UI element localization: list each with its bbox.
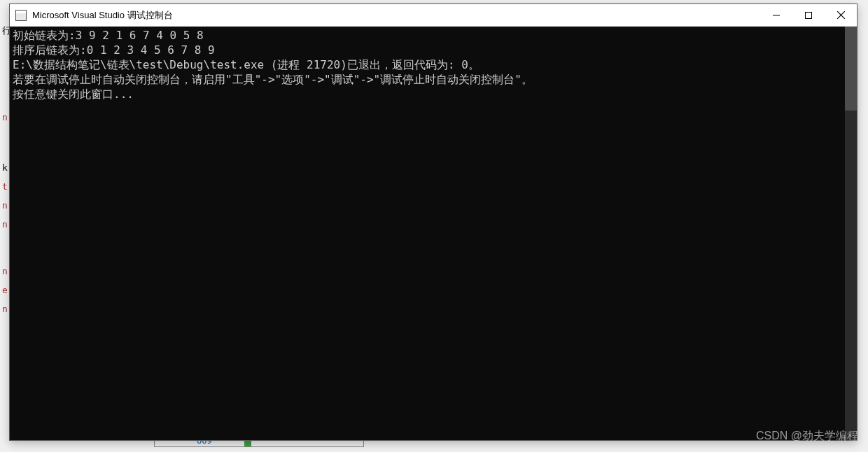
window-title: Microsoft Visual Studio 调试控制台 <box>32 9 760 22</box>
app-icon <box>15 10 27 21</box>
console-line: 初始链表为:3 9 2 1 6 7 4 0 5 8 <box>13 28 854 43</box>
maximize-button[interactable] <box>792 4 825 26</box>
maximize-icon <box>805 12 812 19</box>
console-window: Microsoft Visual Studio 调试控制台 初始链表为:3 9 … <box>9 3 858 441</box>
close-button[interactable] <box>825 4 857 26</box>
titlebar[interactable]: Microsoft Visual Studio 调试控制台 <box>10 4 857 27</box>
svg-rect-1 <box>806 12 812 18</box>
bg-editor-text: n <box>2 304 8 314</box>
console-line: 若要在调试停止时自动关闭控制台，请启用"工具"->"选项"->"调试"->"调试… <box>13 72 854 87</box>
bg-editor-text: n <box>2 200 8 211</box>
bg-editor-text: n <box>2 219 8 229</box>
console-line: 排序后链表为:0 1 2 3 4 5 6 7 8 9 <box>13 43 854 57</box>
minimize-icon <box>773 12 780 19</box>
bg-editor-text: n <box>2 266 8 276</box>
vertical-scrollbar[interactable] <box>845 27 857 440</box>
console-output[interactable]: 初始链表为:3 9 2 1 6 7 4 0 5 8排序后链表为:0 1 2 3 … <box>10 27 857 440</box>
window-controls <box>760 4 857 26</box>
close-icon <box>837 11 845 19</box>
console-line: E:\数据结构笔记\链表\test\Debug\test.exe (进程 217… <box>13 57 854 72</box>
scrollbar-thumb[interactable] <box>845 27 857 111</box>
bg-editor-text: k <box>2 162 8 173</box>
bg-editor-text: t <box>2 181 8 192</box>
bg-editor-text: n <box>2 112 8 122</box>
minimize-button[interactable] <box>760 4 792 26</box>
bg-editor-text: e <box>2 285 8 295</box>
console-line: 按任意键关闭此窗口... <box>13 87 854 101</box>
